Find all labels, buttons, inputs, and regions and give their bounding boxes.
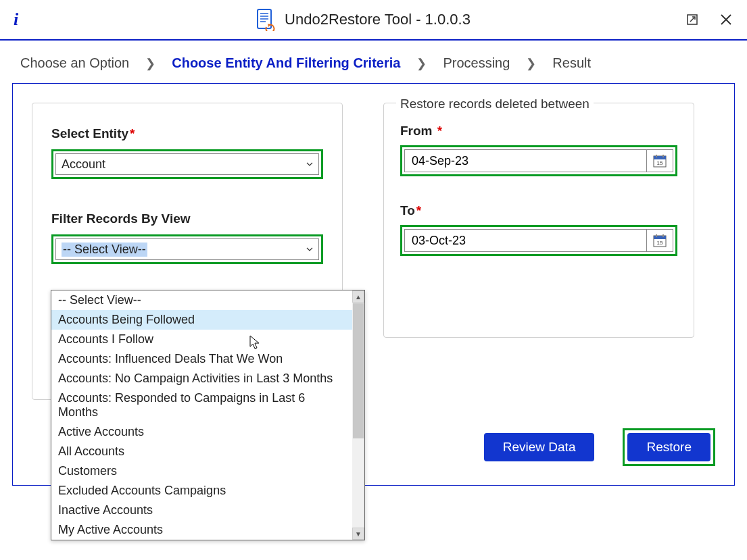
to-date-field[interactable]: 03-Oct-23 15 xyxy=(400,225,677,256)
dropdown-option[interactable]: Active Accounts xyxy=(51,422,352,442)
dropdown-option[interactable]: All Accounts xyxy=(51,442,352,461)
to-date-value[interactable]: 03-Oct-23 xyxy=(404,229,646,252)
calendar-icon: 15 xyxy=(652,233,667,248)
document-icon xyxy=(255,8,275,31)
dropdown-option[interactable]: Accounts: Influenced Deals That We Won xyxy=(51,349,352,369)
to-date-label: To* xyxy=(400,203,677,218)
review-data-button[interactable]: Review Data xyxy=(484,433,595,461)
scroll-up-button[interactable]: ▲ xyxy=(352,290,364,303)
app-title: Undo2Restore Tool - 1.0.0.3 xyxy=(285,11,471,28)
breadcrumb-step-3[interactable]: Processing xyxy=(443,55,510,71)
dropdown-option[interactable]: Customers xyxy=(51,461,352,481)
dropdown-option[interactable]: Excluded Accounts Campaigns xyxy=(51,481,352,501)
from-date-picker-button[interactable]: 15 xyxy=(646,149,673,172)
filter-view-dropdown[interactable]: -- Select View-- xyxy=(51,234,323,264)
breadcrumb-step-1[interactable]: Choose an Option xyxy=(20,55,129,71)
app-logo-icon: i xyxy=(14,9,18,30)
dropdown-option[interactable]: Inactive Accounts xyxy=(51,501,352,520)
date-range-group: Restore records deleted between From * 0… xyxy=(383,103,694,338)
dropdown-option[interactable]: Accounts: Responded to Campaigns in Last… xyxy=(51,388,352,422)
svg-rect-17 xyxy=(662,234,664,237)
chevron-right-icon: ❯ xyxy=(416,56,427,71)
select-entity-dropdown[interactable]: Account xyxy=(51,149,323,179)
dropdown-option[interactable]: -- Select View-- xyxy=(51,290,352,310)
to-date-picker-button[interactable]: 15 xyxy=(646,229,673,252)
chevron-right-icon: ❯ xyxy=(526,56,536,71)
select-entity-value: Account xyxy=(62,157,105,172)
filter-view-dropdown-list[interactable]: -- Select View-- Accounts Being Followed… xyxy=(51,290,365,540)
from-date-field[interactable]: 04-Sep-23 15 xyxy=(400,145,677,176)
wizard-breadcrumb: Choose an Option ❯ Choose Entity And Fil… xyxy=(0,41,747,83)
dropdown-option[interactable]: Accounts Being Followed xyxy=(51,310,352,330)
from-date-label: From * xyxy=(400,124,677,138)
dropdown-option[interactable]: Accounts: No Campaign Activities in Last… xyxy=(51,369,352,388)
svg-rect-16 xyxy=(656,234,657,237)
chevron-right-icon: ❯ xyxy=(145,56,155,71)
from-date-value[interactable]: 04-Sep-23 xyxy=(404,149,646,172)
filter-view-value: -- Select View-- xyxy=(62,243,147,257)
svg-rect-10 xyxy=(654,156,666,159)
chevron-down-icon xyxy=(306,246,313,253)
restore-button[interactable]: Restore xyxy=(627,433,710,461)
filter-view-label: Filter Records By View xyxy=(51,211,323,226)
svg-rect-11 xyxy=(656,155,657,157)
scroll-thumb[interactable] xyxy=(353,303,364,438)
svg-rect-15 xyxy=(654,236,666,239)
maximize-button[interactable] xyxy=(685,12,700,27)
dropdown-option[interactable]: My Active Accounts xyxy=(51,520,352,540)
scroll-down-button[interactable]: ▼ xyxy=(352,528,364,540)
svg-text:15: 15 xyxy=(657,160,663,166)
svg-text:15: 15 xyxy=(657,240,663,246)
titlebar: i Undo2Restore Tool - 1.0.0.3 xyxy=(0,0,747,41)
chevron-down-icon xyxy=(306,161,313,168)
action-buttons: Review Data Restore xyxy=(484,428,715,466)
dropdown-scrollbar[interactable]: ▲ ▼ xyxy=(352,290,364,540)
breadcrumb-step-2[interactable]: Choose Entity And Filtering Criteria xyxy=(172,55,400,71)
svg-rect-12 xyxy=(662,155,664,157)
breadcrumb-step-4[interactable]: Result xyxy=(552,55,591,71)
close-button[interactable] xyxy=(719,12,733,27)
date-range-legend: Restore records deleted between xyxy=(396,97,594,111)
calendar-icon: 15 xyxy=(652,153,667,168)
select-entity-label: Select Entity* xyxy=(51,126,323,141)
dropdown-option[interactable]: Accounts I Follow xyxy=(51,330,352,349)
